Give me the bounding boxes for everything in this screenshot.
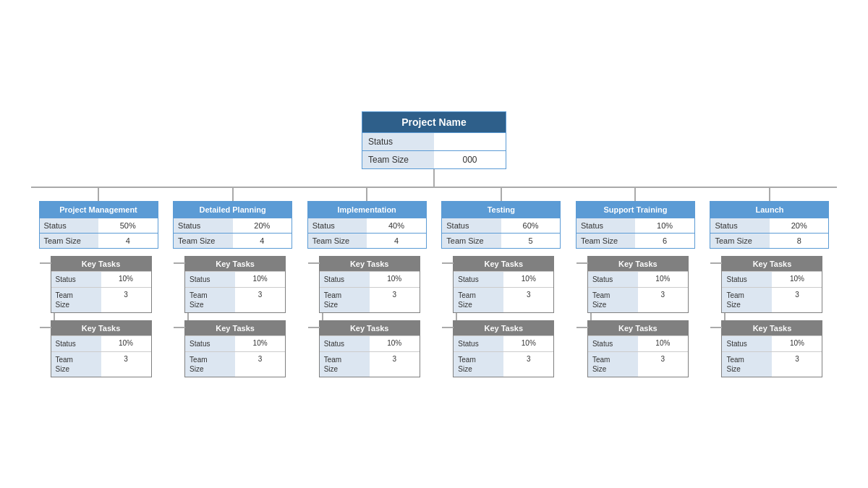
launch-tasks-container: Key Tasks Status 10% TeamSize 3 Key Task: [710, 256, 829, 377]
phase-launch-team-value: 8: [770, 234, 829, 248]
launch-task-1: Key Tasks Status 10% TeamSize 3: [721, 256, 829, 313]
pm-task2-header: Key Tasks: [51, 321, 151, 335]
st-task1-team-row: TeamSize 3: [588, 287, 688, 312]
impl-task1-status-label: Status: [320, 272, 370, 287]
branch-ticks: [31, 188, 837, 201]
test-task2-team-value: 3: [503, 352, 553, 377]
dp-task2-header: Key Tasks: [185, 321, 285, 335]
impl-task1-team-label: TeamSize: [320, 288, 370, 312]
phase-pm-team-label: Team Size: [40, 234, 99, 248]
phase-st-title: Support Training: [576, 202, 694, 218]
pm-task1-team-label: TeamSize: [51, 288, 101, 312]
st-task2-status-label: Status: [588, 336, 638, 351]
st-task2-header: Key Tasks: [588, 321, 688, 335]
st-task-2: Key Tasks Status 10% TeamSize 3: [587, 320, 695, 377]
st-task2-team-row: TeamSize 3: [588, 351, 688, 377]
root-teamsize-label: Team Size: [362, 151, 434, 168]
dp-task2-status-row: Status 10%: [185, 335, 285, 351]
test-task-node-2: Key Tasks Status 10% TeamSize 3: [453, 320, 554, 377]
phase-st-team-row: Team Size 6: [576, 233, 694, 248]
impl-task2-status-label: Status: [320, 336, 370, 351]
pm-task2-status-label: Status: [51, 336, 101, 351]
launch-task1-header: Key Tasks: [722, 257, 822, 271]
pm-task-2: Key Tasks Status 10% TeamSize 3: [51, 320, 158, 377]
dp-task2-team-label: TeamSize: [185, 352, 235, 377]
branches-container: Project Management Status 50% Team Size …: [31, 201, 837, 377]
phase-st-status-row: Status 10%: [576, 218, 694, 233]
dp-task1-status-label: Status: [185, 272, 235, 287]
pm-task1-status-value: 10%: [101, 272, 151, 287]
phase-dp-team-label: Team Size: [174, 234, 233, 248]
test-task1-status-label: Status: [454, 272, 503, 287]
dp-task2-team-value: 3: [235, 352, 285, 377]
phase-test-team-row: Team Size 5: [442, 233, 560, 248]
pm-task1-header: Key Tasks: [51, 257, 151, 271]
phase-launch-status-label: Status: [710, 218, 770, 233]
launch-task1-team-row: TeamSize 3: [722, 287, 822, 312]
dp-task2-status-value: 10%: [235, 336, 285, 351]
st-task2-team-label: TeamSize: [588, 352, 638, 377]
st-task1-status-label: Status: [588, 272, 638, 287]
test-task1-status-value: 10%: [503, 272, 553, 287]
test-task-1: Key Tasks Status 10% TeamSize 3: [453, 256, 561, 313]
phase-pm-title: Project Management: [40, 202, 158, 218]
dp-task-node-1: Key Tasks Status 10% TeamSize 3: [184, 256, 286, 313]
root-status-row: Status: [362, 132, 506, 150]
impl-task-node-2: Key Tasks Status 10% TeamSize 3: [319, 320, 420, 377]
phase-impl-team-label: Team Size: [308, 234, 367, 248]
branch-implementation: Implementation Status 40% Team Size 4 Ke…: [299, 201, 434, 377]
phase-pm-status-label: Status: [40, 218, 99, 233]
launch-task-node-1: Key Tasks Status 10% TeamSize 3: [721, 256, 822, 313]
root-title: Project Name: [362, 112, 506, 132]
phase-impl-status-label: Status: [308, 218, 367, 233]
launch-task1-team-label: TeamSize: [722, 288, 772, 312]
impl-task1-team-row: TeamSize 3: [320, 287, 420, 312]
phase-impl-team-value: 4: [367, 234, 426, 248]
launch-task1-team-value: 3: [772, 288, 822, 312]
pm-task2-team-label: TeamSize: [51, 352, 101, 377]
branch-launch: Launch Status 20% Team Size 8 Key Tasks …: [702, 201, 837, 377]
launch-task1-status-label: Status: [722, 272, 772, 287]
st-task-node-2: Key Tasks Status 10% TeamSize 3: [587, 320, 689, 377]
impl-task2-header: Key Tasks: [320, 321, 420, 335]
st-task2-team-value: 3: [638, 352, 688, 377]
phase-node-st: Support Training Status 10% Team Size 6: [576, 201, 695, 249]
impl-task1-team-value: 3: [370, 288, 420, 312]
launch-task2-team-value: 3: [772, 352, 822, 377]
phase-pm-team-row: Team Size 4: [40, 233, 158, 248]
pm-task2-team-value: 3: [101, 352, 151, 377]
phase-node-impl: Implementation Status 40% Team Size 4: [307, 201, 427, 249]
impl-task1-status-row: Status 10%: [320, 271, 420, 287]
phase-dp-team-value: 4: [233, 234, 292, 248]
st-task-1: Key Tasks Status 10% TeamSize 3: [587, 256, 695, 313]
tick-5: [634, 188, 636, 201]
phase-test-status-value: 60%: [501, 218, 561, 233]
phase-dp-title: Detailed Planning: [174, 202, 292, 218]
dp-task2-status-label: Status: [185, 336, 235, 351]
dp-task1-status-row: Status 10%: [185, 271, 285, 287]
launch-task-2: Key Tasks Status 10% TeamSize 3: [721, 320, 829, 377]
branch-testing: Testing Status 60% Team Size 5 Key Tasks…: [434, 201, 569, 377]
phase-st-status-label: Status: [576, 218, 636, 233]
launch-task2-header: Key Tasks: [722, 321, 822, 335]
phase-pm-team-value: 4: [98, 234, 158, 248]
pm-task1-team-row: TeamSize 3: [51, 287, 151, 312]
phase-impl-status-value: 40%: [367, 218, 426, 233]
org-chart: Project Name Status Team Size 000 Projec…: [14, 111, 854, 377]
impl-task1-status-value: 10%: [370, 272, 420, 287]
test-task1-status-row: Status 10%: [454, 271, 553, 287]
tick-4: [501, 188, 502, 201]
st-task1-team-value: 3: [638, 288, 688, 312]
root-status-label: Status: [362, 133, 434, 150]
test-task-node-1: Key Tasks Status 10% TeamSize 3: [453, 256, 554, 313]
launch-task1-status-row: Status 10%: [722, 271, 822, 287]
phase-st-team-value: 6: [635, 234, 694, 248]
st-task1-status-row: Status 10%: [588, 271, 688, 287]
phase-launch-status-row: Status 20%: [710, 218, 828, 233]
st-task2-status-row: Status 10%: [588, 335, 688, 351]
test-task2-status-value: 10%: [503, 336, 553, 351]
test-tasks-container: Key Tasks Status 10% TeamSize 3 Key Task: [441, 256, 561, 377]
test-task2-team-row: TeamSize 3: [454, 351, 553, 377]
phase-impl-title: Implementation: [308, 202, 426, 218]
impl-task2-status-row: Status 10%: [320, 335, 420, 351]
